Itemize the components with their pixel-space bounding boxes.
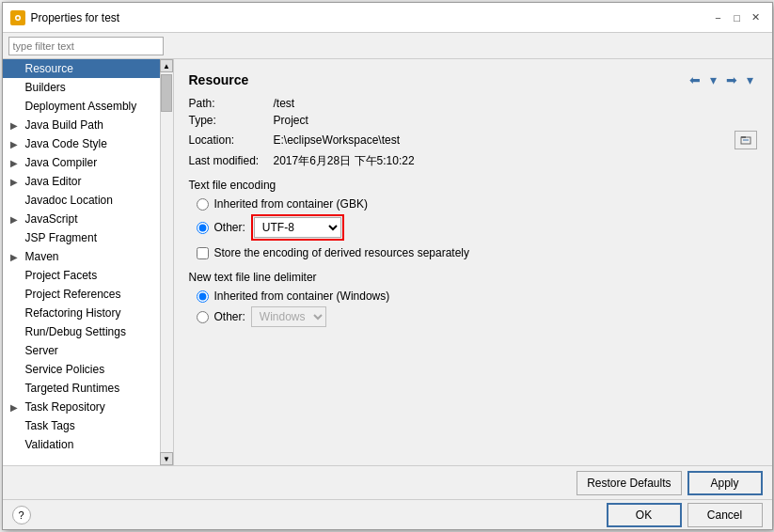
sidebar-item-deployment-assembly[interactable]: Deployment Assembly bbox=[3, 97, 160, 116]
ok-button[interactable]: OK bbox=[607, 503, 682, 527]
cancel-button[interactable]: Cancel bbox=[687, 503, 763, 527]
location-label: Location: bbox=[189, 133, 274, 147]
sidebar-item-java-code-style[interactable]: ▶Java Code Style bbox=[3, 134, 160, 153]
last-modified-value: 2017年6月28日 下午5:10:22 bbox=[274, 153, 415, 169]
delimiter-inherited-label: Inherited from container (Windows) bbox=[214, 289, 390, 303]
minimize-button[interactable]: − bbox=[710, 9, 727, 26]
expand-icon-task-repository: ▶ bbox=[10, 402, 22, 413]
type-value: Project bbox=[274, 114, 308, 127]
delimiter-other-row: Other: Windows Unix Mac bbox=[189, 306, 757, 327]
sidebar-label-javadoc-location: Javadoc Location bbox=[25, 194, 113, 207]
maximize-button[interactable]: □ bbox=[729, 9, 746, 26]
sidebar-label-java-code-style: Java Code Style bbox=[25, 137, 107, 150]
sidebar-item-project-references[interactable]: Project References bbox=[3, 285, 160, 304]
sidebar-label-targeted-runtimes: Targeted Runtimes bbox=[25, 382, 120, 395]
svg-rect-4 bbox=[741, 136, 746, 138]
sidebar-label-builders: Builders bbox=[25, 81, 66, 94]
expand-icon-java-compiler: ▶ bbox=[10, 158, 22, 168]
sidebar-item-jsp-fragment[interactable]: JSP Fragment bbox=[3, 228, 160, 247]
footer-right: OK Cancel bbox=[607, 503, 763, 527]
sidebar-item-task-tags[interactable]: Task Tags bbox=[3, 416, 160, 435]
inherited-encoding-radio[interactable] bbox=[197, 198, 209, 211]
dialog-title: Properties for test bbox=[31, 11, 120, 24]
encoding-select[interactable]: UTF-8 GBK ISO-8859-1 US-ASCII bbox=[254, 217, 341, 238]
filter-input[interactable] bbox=[8, 37, 164, 55]
footer-bar: ? OK Cancel bbox=[3, 499, 772, 529]
sidebar-item-refactoring-history[interactable]: Refactoring History bbox=[3, 304, 160, 322]
sidebar-label-run-debug-settings: Run/Debug Settings bbox=[25, 325, 126, 338]
sidebar-item-javadoc-location[interactable]: Javadoc Location bbox=[3, 191, 160, 210]
sidebar-scrollbar[interactable]: ▲ ▼ bbox=[160, 59, 173, 465]
right-panel: Resource ⬅ ▾ ➡ ▾ Path: /test Type: Proje… bbox=[174, 59, 772, 465]
sidebar-item-run-debug-settings[interactable]: Run/Debug Settings bbox=[3, 322, 160, 341]
apply-button[interactable]: Apply bbox=[687, 471, 763, 495]
path-row: Path: /test bbox=[189, 97, 757, 110]
location-row: Location: E:\eclipseWorkspace\test bbox=[189, 131, 757, 149]
main-content: ResourceBuildersDeployment Assembly▶Java… bbox=[3, 59, 772, 465]
sidebar-label-java-compiler: Java Compiler bbox=[25, 156, 98, 169]
other-encoding-radio[interactable] bbox=[197, 222, 209, 234]
sidebar-item-builders[interactable]: Builders bbox=[3, 78, 160, 97]
nav-dropdown-button[interactable]: ▾ bbox=[706, 70, 720, 89]
expand-icon-javascript: ▶ bbox=[10, 214, 22, 225]
sidebar-label-java-editor: Java Editor bbox=[25, 175, 82, 188]
store-encoding-label: Store the encoding of derived resources … bbox=[214, 246, 470, 259]
filter-toolbar bbox=[3, 33, 772, 59]
sidebar-item-targeted-runtimes[interactable]: Targeted Runtimes bbox=[3, 379, 160, 398]
nav-forward-dropdown-button[interactable]: ▾ bbox=[743, 70, 757, 89]
expand-icon-java-editor: ▶ bbox=[10, 177, 22, 187]
expand-icon-maven: ▶ bbox=[10, 252, 22, 262]
sidebar-label-project-facets: Project Facets bbox=[25, 269, 98, 282]
expand-icon-java-build-path: ▶ bbox=[10, 120, 22, 131]
sidebar-label-service-policies: Service Policies bbox=[25, 363, 105, 376]
location-value: E:\eclipseWorkspace\test bbox=[274, 133, 735, 147]
sidebar-item-service-policies[interactable]: Service Policies bbox=[3, 360, 160, 379]
panel-header: Resource ⬅ ▾ ➡ ▾ bbox=[189, 70, 757, 89]
sidebar-item-validation[interactable]: Validation bbox=[3, 435, 160, 454]
last-modified-label: Last modified: bbox=[189, 154, 274, 167]
sidebar-label-java-build-path: Java Build Path bbox=[25, 118, 103, 132]
properties-dialog: Properties for test − □ ✕ ResourceBuilde… bbox=[2, 2, 773, 530]
sidebar-item-java-editor[interactable]: ▶Java Editor bbox=[3, 172, 160, 191]
sidebar-item-task-repository[interactable]: ▶Task Repository bbox=[3, 398, 160, 416]
delimiter-other-radio[interactable] bbox=[197, 311, 209, 323]
type-label: Type: bbox=[189, 114, 274, 127]
sidebar-item-javascript[interactable]: ▶JavaScript bbox=[3, 210, 160, 228]
delimiter-inherited-radio[interactable] bbox=[197, 290, 209, 303]
sidebar-label-maven: Maven bbox=[25, 250, 59, 263]
sidebar-item-server[interactable]: Server bbox=[3, 341, 160, 360]
sidebar-item-maven[interactable]: ▶Maven bbox=[3, 247, 160, 266]
sidebar-label-javascript: JavaScript bbox=[25, 212, 78, 226]
location-browse-button[interactable] bbox=[735, 131, 757, 149]
inherited-encoding-label: Inherited from container (GBK) bbox=[214, 197, 368, 211]
store-encoding-row: Store the encoding of derived resources … bbox=[189, 246, 757, 259]
delimiter-select[interactable]: Windows Unix Mac bbox=[251, 306, 326, 327]
delimiter-other-label: Other: bbox=[214, 310, 245, 323]
scroll-thumb[interactable] bbox=[161, 74, 172, 112]
scroll-down-arrow[interactable]: ▼ bbox=[160, 452, 173, 465]
nav-forward-button[interactable]: ➡ bbox=[722, 70, 741, 89]
sidebar-label-task-repository: Task Repository bbox=[25, 400, 105, 414]
title-controls: − □ ✕ bbox=[710, 9, 765, 26]
sidebar-scroll-container: ResourceBuildersDeployment Assembly▶Java… bbox=[3, 59, 173, 465]
help-button[interactable]: ? bbox=[12, 506, 31, 524]
sidebar-label-server: Server bbox=[25, 344, 58, 357]
close-button[interactable]: ✕ bbox=[748, 9, 765, 26]
restore-defaults-button[interactable]: Restore Defaults bbox=[577, 471, 681, 495]
title-bar-left: Properties for test bbox=[10, 10, 120, 25]
sidebar-label-resource: Resource bbox=[25, 62, 73, 75]
sidebar: ResourceBuildersDeployment Assembly▶Java… bbox=[3, 59, 174, 465]
sidebar-item-java-compiler[interactable]: ▶Java Compiler bbox=[3, 153, 160, 172]
sidebar-item-java-build-path[interactable]: ▶Java Build Path bbox=[3, 116, 160, 134]
scroll-up-arrow[interactable]: ▲ bbox=[160, 59, 173, 72]
panel-title: Resource bbox=[189, 72, 249, 87]
store-encoding-checkbox[interactable] bbox=[197, 247, 209, 259]
bottom-bar: Restore Defaults Apply bbox=[3, 465, 772, 499]
sidebar-label-project-references: Project References bbox=[25, 288, 121, 301]
expand-icon-java-code-style: ▶ bbox=[10, 139, 22, 149]
nav-back-button[interactable]: ⬅ bbox=[686, 70, 704, 89]
sidebar-item-project-facets[interactable]: Project Facets bbox=[3, 266, 160, 285]
other-encoding-label: Other: bbox=[214, 221, 245, 234]
sidebar-item-resource[interactable]: Resource bbox=[3, 59, 160, 78]
path-value: /test bbox=[274, 97, 295, 110]
